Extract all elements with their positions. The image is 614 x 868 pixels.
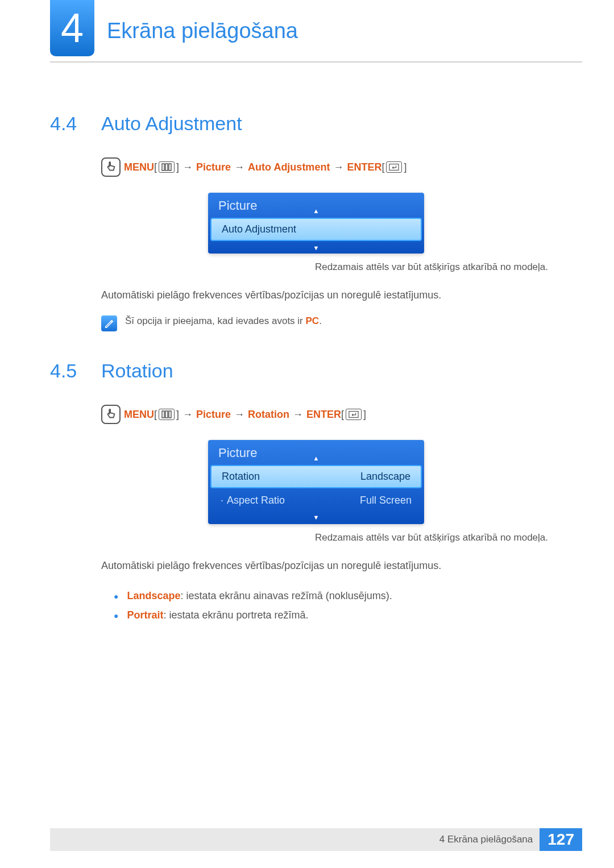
osd-panel-44: Picture ▲ Auto Adjustment ▼ xyxy=(208,193,424,254)
nav-step: Picture xyxy=(196,161,231,173)
section-title: Rotation xyxy=(101,360,173,382)
bullet-list: ● Landscape: iestata ekrānu ainavas režī… xyxy=(114,586,582,625)
section-number: 4.4 xyxy=(50,113,101,135)
up-arrow-icon: ▲ xyxy=(313,455,320,462)
bullet-text: : iestata ekrānu ainavas režīmā (noklusē… xyxy=(181,590,392,601)
image-caption: Redzamais attēls var būt atšķirīgs atkar… xyxy=(50,261,548,273)
nav-bracket: [ xyxy=(154,161,157,173)
osd-footer: ▼ xyxy=(208,242,424,254)
footer-text: 4 Ekrāna pielāgošana xyxy=(439,834,533,845)
note-icon xyxy=(101,315,117,331)
osd-row-label: Auto Adjustment xyxy=(222,223,296,235)
list-item: ● Landscape: iestata ekrānu ainavas režī… xyxy=(114,586,582,605)
nav-step: Auto Adjustment xyxy=(248,161,330,173)
svg-rect-7 xyxy=(349,412,358,418)
osd-title: Picture ▲ xyxy=(208,193,424,217)
list-item: ● Portrait: iestata ekrānu portreta režī… xyxy=(114,605,582,625)
nav-bracket: ] xyxy=(404,161,406,173)
body-text: Automātiski pielāgo frekvences vērtības/… xyxy=(101,558,582,574)
arrow-icon: → xyxy=(182,161,193,173)
nav-bracket: [ xyxy=(381,161,384,173)
bullet-em: Landscape xyxy=(127,590,180,601)
section-number: 4.5 xyxy=(50,360,101,382)
note-row: Šī opcija ir pieejama, kad ievades avots… xyxy=(101,315,582,331)
body-text: Automātiski pielāgo frekvences vērtības/… xyxy=(101,288,582,303)
osd-row-label: ·Aspect Ratio xyxy=(221,495,285,506)
page-header: 4 Ekrāna pielāgošana xyxy=(50,0,582,63)
enter-icon xyxy=(386,161,402,173)
nav-step: Picture xyxy=(196,409,231,421)
nav-enter-label: ENTER xyxy=(306,409,341,421)
nav-bracket: ] xyxy=(176,161,179,173)
svg-rect-3 xyxy=(389,164,399,171)
osd-title-text: Picture xyxy=(218,198,257,213)
image-caption: Redzamais attēls var būt atšķirīgs atkar… xyxy=(50,532,548,543)
bullet-icon: ● xyxy=(114,592,118,601)
arrow-icon: → xyxy=(234,409,244,421)
touch-icon xyxy=(101,405,121,424)
nav-enter-label: ENTER xyxy=(347,161,381,173)
svg-rect-4 xyxy=(162,411,164,418)
osd-row-selected: Auto Adjustment xyxy=(210,218,422,241)
note-text-post: . xyxy=(319,315,322,326)
down-arrow-icon: ▼ xyxy=(313,514,320,521)
arrow-icon: → xyxy=(182,409,193,421)
svg-rect-2 xyxy=(169,164,171,171)
chapter-number-badge: 4 xyxy=(50,0,94,56)
touch-icon xyxy=(101,157,121,177)
nav-bracket: ] xyxy=(176,409,179,421)
nav-menu-label: MENU xyxy=(124,161,154,173)
osd-row-selected: Rotation Landscape xyxy=(210,465,422,488)
nav-path-45: MENU [ ] → Picture → Rotation → ENTER [ … xyxy=(101,405,582,424)
svg-rect-6 xyxy=(169,411,171,418)
svg-rect-0 xyxy=(162,164,164,171)
bullet-text: : iestata ekrānu portreta režīmā. xyxy=(164,609,309,621)
section-title: Auto Adjustment xyxy=(101,113,242,135)
osd-footer: ▼ xyxy=(208,513,424,524)
nav-menu-label: MENU xyxy=(124,409,154,421)
menu-icon xyxy=(159,161,175,173)
down-arrow-icon: ▼ xyxy=(313,244,320,251)
section-heading-44: 4.4 Auto Adjustment xyxy=(50,113,582,135)
svg-rect-5 xyxy=(165,411,168,418)
svg-rect-1 xyxy=(165,164,168,171)
arrow-icon: → xyxy=(333,161,343,173)
nav-path-44: MENU [ ] → Picture → Auto Adjustment → E… xyxy=(101,157,582,177)
bullet-icon: ● xyxy=(114,611,118,620)
osd-row-value: Full Screen xyxy=(360,495,412,506)
osd-row-label: Rotation xyxy=(222,471,260,483)
menu-icon xyxy=(159,409,175,420)
osd-title: Picture ▲ xyxy=(208,440,424,464)
osd-panel-45: Picture ▲ Rotation Landscape ·Aspect Rat… xyxy=(208,440,424,524)
bullet-em: Portrait xyxy=(127,609,163,621)
footer-page-number: 127 xyxy=(540,828,582,851)
osd-title-text: Picture xyxy=(218,446,257,460)
arrow-icon: → xyxy=(293,409,303,421)
note-text-em: PC xyxy=(306,315,320,326)
note-text: Šī opcija ir pieejama, kad ievades avots… xyxy=(125,315,322,327)
section-heading-45: 4.5 Rotation xyxy=(50,360,582,382)
nav-step: Rotation xyxy=(248,409,289,421)
note-text-pre: Šī opcija ir pieejama, kad ievades avots… xyxy=(125,315,306,326)
nav-bracket: ] xyxy=(363,409,366,421)
osd-row: ·Aspect Ratio Full Screen xyxy=(210,490,422,511)
arrow-icon: → xyxy=(234,161,244,173)
page-footer: 4 Ekrāna pielāgošana 127 xyxy=(50,828,582,851)
chapter-title: Ekrāna pielāgošana xyxy=(107,19,298,43)
nav-bracket: [ xyxy=(341,409,344,421)
up-arrow-icon: ▲ xyxy=(313,207,320,214)
nav-bracket: [ xyxy=(154,409,157,421)
osd-row-value: Landscape xyxy=(360,471,410,483)
enter-icon xyxy=(346,409,362,420)
